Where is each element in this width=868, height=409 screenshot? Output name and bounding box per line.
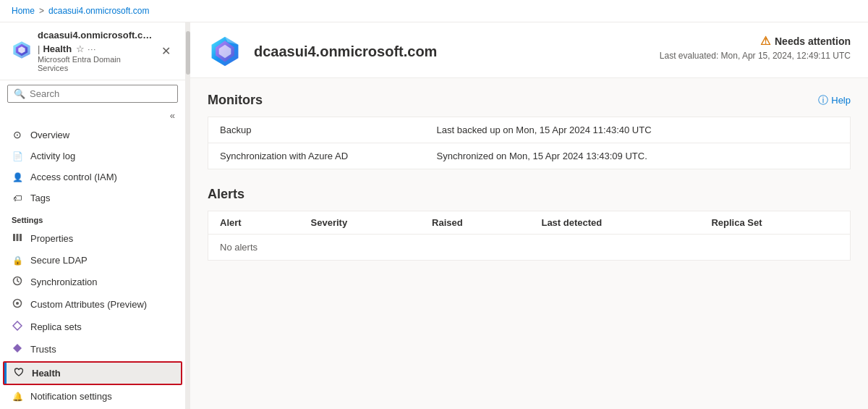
star-icon[interactable]: ☆ [76,43,85,54]
alerts-section-header: Alerts [208,187,851,202]
help-label: Help [831,95,851,106]
col-replica-set: Replica Set [699,211,850,235]
sidebar-item-label: Access control (IAM) [30,172,117,182]
sidebar-item-label: Custom Attributes (Preview) [30,299,147,310]
col-raised: Raised [420,211,529,235]
sidebar-item-label: Tags [30,193,50,203]
monitors-title: Monitors [208,93,263,108]
sidebar-item-activity-log[interactable]: 📄 Activity log [0,146,185,166]
content-body: Monitors ⓘ Help Backup Last backed up on… [190,93,868,278]
sidebar-item-label: Secure LDAP [30,255,88,266]
alerts-table-header-row: Alert Severity Raised Last detected Repl… [208,211,851,235]
more-icon[interactable]: ··· [88,45,96,54]
page-title-sep: | [38,43,40,54]
sidebar-item-health[interactable]: Health [4,363,181,384]
monitor-row-sync: Synchronization with Azure AD Synchroniz… [208,143,851,169]
monitor-name: Synchronization with Azure AD [208,143,425,169]
synchronization-icon [12,276,23,288]
page-resource-name: dcaasui4.onmicrosoft.com [38,30,153,41]
help-link[interactable]: ⓘ Help [818,94,851,107]
alerts-section: Alerts Alert Severity Raised Last detect… [208,187,851,261]
sidebar-item-replica-sets[interactable]: Replica sets [0,316,185,338]
sidebar-item-secure-ldap[interactable]: 🔒 Secure LDAP [0,250,185,271]
page-section: Health [43,43,72,54]
breadcrumb-home[interactable]: Home [12,6,35,16]
breadcrumb: Home > dcaasui4.onmicrosoft.com [0,0,868,22]
sidebar-item-trusts[interactable]: Trusts [0,338,185,360]
search-icon: 🔍 [14,88,25,99]
access-control-icon: 👤 [12,172,23,182]
secure-ldap-icon: 🔒 [12,256,23,266]
trusts-icon [12,343,23,355]
tags-icon: 🏷 [12,193,23,203]
resource-display-name: dcaasui4.onmicrosoft.com [254,43,437,60]
content-header: dcaasui4.onmicrosoft.com ⚠ Needs attenti… [190,22,868,78]
content-header-right: ⚠ Needs attention Last evaluated: Mon, A… [660,34,851,61]
col-severity: Severity [299,211,421,235]
resource-logo [208,34,242,69]
sidebar-item-label: Synchronization [30,277,98,287]
notification-settings-icon: 🔔 [12,392,23,402]
health-icon [13,367,25,379]
warning-triangle-icon: ⚠ [760,34,770,48]
monitors-section-header: Monitors ⓘ Help [208,93,851,108]
sidebar-item-tags[interactable]: 🏷 Tags [0,187,185,208]
custom-attributes-icon [12,298,23,311]
replica-sets-icon [12,321,23,333]
alerts-table: Alert Severity Raised Last detected Repl… [208,211,851,261]
sidebar-item-label: Replica sets [30,321,82,332]
close-button[interactable]: ✕ [158,41,174,61]
monitor-row-backup: Backup Last backed up on Mon, 15 Apr 202… [208,117,851,143]
sidebar: dcaasui4.onmicrosoft.com | Health ☆ ··· … [0,22,186,409]
main-content: dcaasui4.onmicrosoft.com ⚠ Needs attenti… [190,22,868,409]
page-title-row: dcaasui4.onmicrosoft.com | Health ☆ ··· … [0,22,185,80]
page-subtitle: Microsoft Entra Domain Services [38,55,153,72]
overview-icon: ⊙ [12,129,23,140]
content-header-left: dcaasui4.onmicrosoft.com [208,34,437,69]
col-alert: Alert [208,211,299,235]
monitor-name: Backup [208,117,425,143]
monitor-value: Synchronized on Mon, 15 Apr 2024 13:43:0… [425,143,851,169]
svg-rect-3 [13,234,15,241]
svg-marker-9 [13,321,22,330]
help-circle-icon: ⓘ [818,94,828,107]
sidebar-nav: ⊙ Overview 📄 Activity log 👤 Access contr… [0,124,185,409]
sidebar-item-label: Overview [30,130,69,140]
sidebar-item-access-control[interactable]: 👤 Access control (IAM) [0,166,185,187]
sidebar-item-label: Activity log [30,151,75,161]
search-box[interactable]: 🔍 [7,85,178,103]
needs-attention-status: ⚠ Needs attention [760,34,851,48]
sidebar-item-properties[interactable]: Properties [0,227,185,250]
svg-point-8 [16,302,19,305]
sidebar-item-custom-attributes[interactable]: Custom Attributes (Preview) [0,293,185,316]
alerts-empty-message: No alerts [208,235,851,261]
alerts-empty-row: No alerts [208,235,851,261]
breadcrumb-separator: > [39,6,44,16]
search-input[interactable] [30,88,171,99]
breadcrumb-current[interactable]: dcaasui4.onmicrosoft.com [48,6,149,16]
properties-icon [12,232,23,245]
settings-section-label: Settings [0,208,185,227]
sidebar-item-label: Health [32,368,61,379]
sidebar-item-overview[interactable]: ⊙ Overview [0,124,185,146]
svg-rect-5 [20,234,22,241]
sidebar-item-synchronization[interactable]: Synchronization [0,271,185,293]
monitors-table: Backup Last backed up on Mon, 15 Apr 202… [208,117,851,169]
alerts-title: Alerts [208,187,244,202]
sidebar-item-label: Notification settings [30,391,112,402]
activity-log-icon: 📄 [12,151,23,161]
resource-icon [12,40,32,62]
sidebar-item-label: Trusts [30,344,56,355]
page-title-content: dcaasui4.onmicrosoft.com | Health ☆ ··· … [38,30,153,72]
last-evaluated: Last evaluated: Mon, Apr 15, 2024, 12:49… [660,51,851,61]
monitor-value: Last backed up on Mon, 15 Apr 2024 11:43… [425,117,851,143]
sidebar-item-notification-settings[interactable]: 🔔 Notification settings [0,386,185,407]
svg-rect-4 [17,234,19,241]
collapse-button[interactable]: « [166,109,179,122]
sidebar-item-label: Properties [30,233,73,244]
svg-marker-10 [13,344,22,353]
col-last-detected: Last detected [529,211,699,235]
